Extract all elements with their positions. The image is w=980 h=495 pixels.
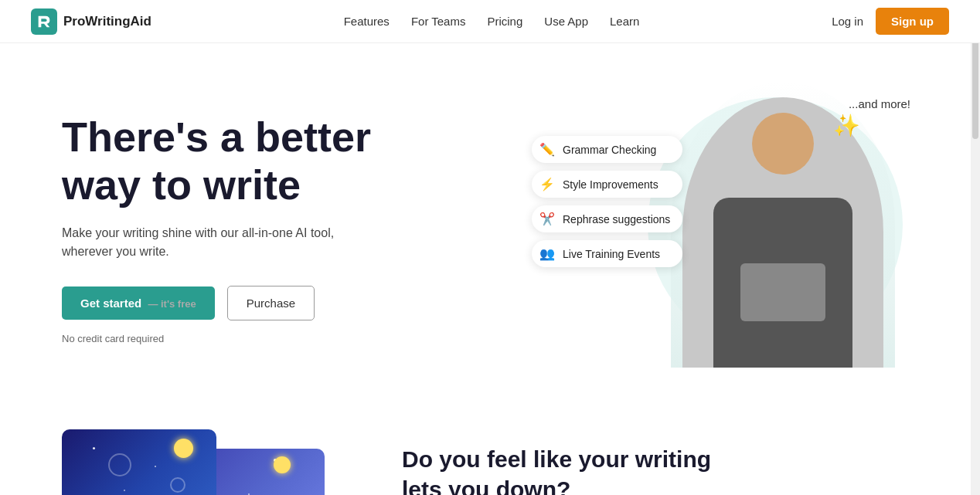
brand[interactable]: ProWritingAid <box>31 8 151 35</box>
purchase-button[interactable]: Purchase <box>227 286 315 320</box>
nav-use-app[interactable]: Use App <box>544 15 588 28</box>
section2-images: My idea in my head <box>62 429 356 495</box>
section2-title: Do you feel like your writing lets you d… <box>402 444 726 495</box>
scrollbar-track <box>971 0 980 495</box>
more-label: ...and more! <box>849 97 910 110</box>
nav-actions: Log in Sign up <box>832 8 949 35</box>
logo-svg <box>36 13 53 30</box>
pill-grammar: ✏️ Grammar Checking <box>532 136 682 163</box>
get-started-button[interactable]: Get started — it's free <box>62 286 215 320</box>
section2-text: Do you feel like your writing lets you d… <box>402 444 726 495</box>
lightning-icon: ⚡ <box>539 177 555 192</box>
hero-section: There's a better way to write Make your … <box>0 43 980 398</box>
nav-for-teams[interactable]: For Teams <box>411 15 466 28</box>
nav-features[interactable]: Features <box>344 15 390 28</box>
sparkle-icon: ✨ <box>833 113 860 138</box>
image-card-1 <box>62 429 216 495</box>
navbar: ProWritingAid Features For Teams Pricing… <box>0 0 980 43</box>
feature-pills: ✏️ Grammar Checking ⚡ Style Improvements… <box>532 136 682 267</box>
person-laptop <box>740 263 825 321</box>
person-body <box>713 198 852 368</box>
arrows-icon: ✂️ <box>539 212 555 226</box>
person-head <box>752 113 814 175</box>
hero-right: ...and more! ✨ ✏️ Grammar Checking ⚡ Sty… <box>532 90 918 368</box>
no-credit-text: No credit card required <box>62 333 371 344</box>
pill-style: ⚡ Style Improvements <box>532 171 682 198</box>
section2: My idea in my head Do you feel like your… <box>0 398 980 495</box>
hero-title: There's a better way to write <box>62 113 371 209</box>
hero-subtitle: Make your writing shine with our all-in-… <box>62 224 371 261</box>
nav-links: Features For Teams Pricing Use App Learn <box>344 15 640 28</box>
logo-icon <box>31 8 57 35</box>
brand-name: ProWritingAid <box>63 14 151 29</box>
hero-buttons: Get started — it's free Purchase <box>62 286 371 320</box>
stars-bg-1 <box>62 429 216 495</box>
hero-person-illustration <box>671 82 895 368</box>
hero-left: There's a better way to write Make your … <box>62 113 371 344</box>
people-icon: 👥 <box>539 246 555 261</box>
nav-learn[interactable]: Learn <box>610 15 639 28</box>
login-link[interactable]: Log in <box>832 15 863 28</box>
pill-rephrase: ✂️ Rephrase suggestions <box>532 205 682 232</box>
signup-button[interactable]: Sign up <box>876 8 949 35</box>
pencil-icon: ✏️ <box>539 142 555 157</box>
nav-pricing[interactable]: Pricing <box>487 15 522 28</box>
pill-training: 👥 Live Training Events <box>532 240 682 267</box>
